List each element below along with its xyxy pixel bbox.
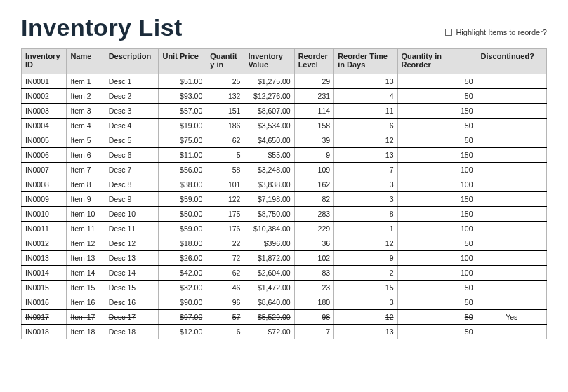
cell-id: IN0015 (22, 281, 67, 295)
table-row[interactable]: IN0010Item 10Desc 10$50.00175$8,750.0028… (22, 207, 547, 222)
cell-rtime: 3 (334, 192, 397, 207)
cell-qreord: 50 (397, 310, 477, 325)
cell-qreord: 100 (397, 163, 477, 177)
cell-name: Item 9 (67, 192, 105, 207)
cell-name: Item 13 (67, 251, 105, 266)
cell-inval: $2,604.00 (244, 266, 294, 281)
cell-uprice: $42.00 (159, 266, 206, 281)
cell-inval: $3,838.00 (244, 177, 294, 192)
cell-qty: 62 (206, 266, 244, 281)
cell-inval: $8,640.00 (244, 295, 294, 310)
cell-rlevel: 114 (294, 104, 333, 119)
col-header-reorder-level[interactable]: Reorder Level (294, 49, 333, 74)
cell-qreord: 50 (397, 133, 477, 148)
cell-rlevel: 82 (294, 192, 333, 207)
cell-desc: Desc 4 (105, 119, 159, 133)
cell-uprice: $93.00 (159, 89, 206, 104)
cell-qreord: 50 (397, 295, 477, 310)
cell-rlevel: 9 (294, 148, 333, 163)
cell-id: IN0004 (22, 119, 67, 133)
cell-disc (477, 148, 547, 163)
cell-desc: Desc 8 (105, 177, 159, 192)
highlight-checkbox[interactable]: Highlight Items to reorder? (445, 28, 547, 36)
cell-name: Item 15 (67, 281, 105, 295)
cell-id: IN0010 (22, 207, 67, 222)
cell-name: Item 6 (67, 148, 105, 163)
cell-disc (477, 177, 547, 192)
cell-disc (477, 119, 547, 133)
table-row[interactable]: IN0016Item 16Desc 16$90.0096$8,640.00180… (22, 295, 547, 310)
table-row[interactable]: IN0004Item 4Desc 4$19.00186$3,534.001586… (22, 119, 547, 133)
page-title: Inventory List (21, 14, 183, 41)
cell-desc: Desc 18 (105, 325, 159, 339)
table-row[interactable]: IN0001Item 1Desc 1$51.0025$1,275.0029135… (22, 74, 547, 89)
cell-rlevel: 158 (294, 119, 333, 133)
col-header-name[interactable]: Name (67, 49, 105, 74)
table-row[interactable]: IN0003Item 3Desc 3$57.00151$8,607.001141… (22, 104, 547, 119)
cell-rlevel: 98 (294, 310, 333, 325)
table-row[interactable]: IN0006Item 6Desc 6$11.005$55.00913150 (22, 148, 547, 163)
table-row[interactable]: IN0011Item 11Desc 11$59.00176$10,384.002… (22, 222, 547, 236)
cell-qty: 25 (206, 74, 244, 89)
col-header-inv-value[interactable]: Inventory Value (244, 49, 294, 74)
cell-rlevel: 29 (294, 74, 333, 89)
table-row[interactable]: IN0005Item 5Desc 5$75.0062$4,650.0039125… (22, 133, 547, 148)
cell-qreord: 100 (397, 251, 477, 266)
cell-desc: Desc 2 (105, 89, 159, 104)
cell-rlevel: 283 (294, 207, 333, 222)
cell-id: IN0011 (22, 222, 67, 236)
cell-disc (477, 222, 547, 236)
cell-disc (477, 133, 547, 148)
cell-id: IN0018 (22, 325, 67, 339)
cell-uprice: $32.00 (159, 281, 206, 295)
cell-name: Item 3 (67, 104, 105, 119)
col-header-qty-reorder[interactable]: Quantity in Reorder (397, 49, 477, 74)
cell-name: Item 10 (67, 207, 105, 222)
table-row[interactable]: IN0009Item 9Desc 9$59.00122$7,198.008231… (22, 192, 547, 207)
cell-inval: $1,872.00 (244, 251, 294, 266)
table-row[interactable]: IN0018Item 18Desc 18$12.006$72.0071350 (22, 325, 547, 339)
cell-qreord: 100 (397, 266, 477, 281)
table-row[interactable]: IN0008Item 8Desc 8$38.00101$3,838.001623… (22, 177, 547, 192)
col-header-qty[interactable]: Quantit y in (206, 49, 244, 74)
cell-qty: 151 (206, 104, 244, 119)
cell-rlevel: 7 (294, 325, 333, 339)
table-row[interactable]: IN0002Item 2Desc 2$93.00132$12,276.00231… (22, 89, 547, 104)
cell-qty: 101 (206, 177, 244, 192)
col-header-desc[interactable]: Description (105, 49, 159, 74)
table-row[interactable]: IN0015Item 15Desc 15$32.0046$1,472.00231… (22, 281, 547, 295)
cell-name: Item 16 (67, 295, 105, 310)
cell-name: Item 18 (67, 325, 105, 339)
cell-rtime: 3 (334, 295, 397, 310)
col-header-discontinued[interactable]: Discontinued? (477, 49, 547, 74)
col-header-reorder-time[interactable]: Reorder Time in Days (334, 49, 397, 74)
cell-disc (477, 207, 547, 222)
cell-inval: $3,248.00 (244, 163, 294, 177)
cell-id: IN0012 (22, 236, 67, 251)
cell-desc: Desc 11 (105, 222, 159, 236)
cell-qty: 72 (206, 251, 244, 266)
col-header-unit-price[interactable]: Unit Price (159, 49, 206, 74)
cell-qreord: 150 (397, 104, 477, 119)
table-row[interactable]: IN0012Item 12Desc 12$18.0022$396.0036125… (22, 236, 547, 251)
cell-rtime: 13 (334, 148, 397, 163)
highlight-label: Highlight Items to reorder? (456, 28, 547, 36)
cell-uprice: $59.00 (159, 222, 206, 236)
cell-desc: Desc 7 (105, 163, 159, 177)
table-row[interactable]: IN0013Item 13Desc 13$26.0072$1,872.00102… (22, 251, 547, 266)
cell-id: IN0006 (22, 148, 67, 163)
cell-rlevel: 109 (294, 163, 333, 177)
table-row[interactable]: IN0017Item 17Desc 17$97.0057$5,529.00981… (22, 310, 547, 325)
cell-qty: 62 (206, 133, 244, 148)
cell-name: Item 12 (67, 236, 105, 251)
cell-qreord: 50 (397, 236, 477, 251)
cell-name: Item 2 (67, 89, 105, 104)
cell-qty: 176 (206, 222, 244, 236)
table-row[interactable]: IN0007Item 7Desc 7$56.0058$3,248.0010971… (22, 163, 547, 177)
cell-disc (477, 104, 547, 119)
cell-desc: Desc 10 (105, 207, 159, 222)
col-header-id[interactable]: Inventory ID (22, 49, 67, 74)
table-row[interactable]: IN0014Item 14Desc 14$42.0062$2,604.00832… (22, 266, 547, 281)
cell-inval: $1,472.00 (244, 281, 294, 295)
cell-qty: 58 (206, 163, 244, 177)
